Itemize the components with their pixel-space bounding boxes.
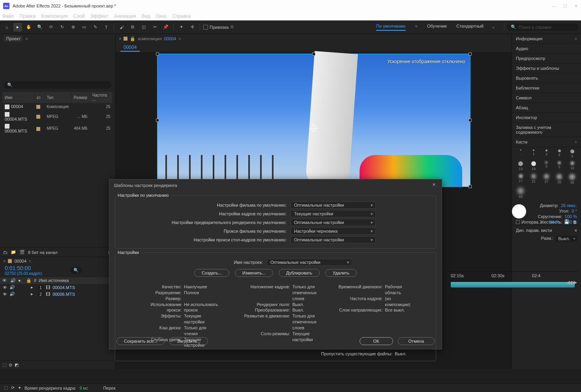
menu-effect[interactable]: Эффект xyxy=(90,13,108,19)
cancel-button[interactable]: Отмена xyxy=(398,337,435,345)
menu-window[interactable]: Окно xyxy=(156,13,167,19)
movie-default-dropdown[interactable]: Оптимальные настройки xyxy=(290,202,376,209)
3d-tool-icon[interactable]: ✦ xyxy=(177,23,186,32)
lock-icon[interactable]: 🔒 xyxy=(130,36,135,41)
minimize-button[interactable]: — xyxy=(552,0,556,12)
snap-toggle[interactable]: Привязка ⚙ xyxy=(203,24,234,30)
project-col-fps[interactable]: Частота ... xyxy=(90,92,113,103)
menu-edit[interactable]: Правка xyxy=(20,13,36,19)
comp-tab-close-icon[interactable]: × xyxy=(119,36,121,41)
zoom-tool-icon[interactable]: 🔍 xyxy=(36,23,44,32)
brush-interval-checkbox[interactable] xyxy=(516,220,520,224)
project-row[interactable]: 00006.MTS MPEG 484 МБ 25 xyxy=(2,123,113,134)
panel-effects[interactable]: Эффекты и шаблоны xyxy=(512,63,581,73)
orbit-tool-icon[interactable]: ⟳ xyxy=(47,23,55,32)
brush-preset[interactable]: 17 xyxy=(516,174,526,185)
eraser-tool-icon[interactable]: ◫ xyxy=(139,23,148,32)
panel-libraries[interactable]: Библиотеки xyxy=(512,83,581,93)
roto-tool-icon[interactable]: ✂ xyxy=(150,23,159,32)
transform-handle[interactable] xyxy=(469,185,472,188)
new-comp-icon[interactable]: 🎬 xyxy=(19,250,25,255)
project-row[interactable]: 00004 Композиция 25 xyxy=(2,103,113,110)
brush-preset[interactable]: 9 xyxy=(555,161,564,171)
project-row[interactable]: 00004.MTS MPEG ... МБ 25 xyxy=(2,110,113,122)
prerender-default-dropdown[interactable]: Оптимальные настройки xyxy=(290,219,376,226)
menu-composition[interactable]: Композиция xyxy=(41,13,67,19)
project-col-size[interactable]: Размер xyxy=(71,92,90,103)
workspace-learn[interactable]: Обучение xyxy=(427,24,447,31)
project-tab[interactable]: Проект ≡ xyxy=(0,34,115,43)
transform-handle[interactable] xyxy=(469,119,472,122)
bit-depth-button[interactable]: 8 бит на канал xyxy=(28,250,58,255)
panel-paragraph[interactable]: Абзац xyxy=(512,103,581,113)
keyframe-nav-icon[interactable]: ◀◆▶ xyxy=(566,280,577,285)
ok-button[interactable]: ОК xyxy=(360,337,393,345)
audio-toggle-icon[interactable]: 🔊 xyxy=(9,285,14,290)
graph-editor-icon[interactable]: ◩ xyxy=(15,362,19,368)
menu-help[interactable]: Справка xyxy=(172,13,191,19)
brush-preset[interactable]: 27 xyxy=(542,174,551,185)
workspace-overflow-icon[interactable]: » xyxy=(492,25,495,30)
workspace-default[interactable]: По умолчанию xyxy=(376,24,405,31)
brush-preset[interactable]: 13 xyxy=(516,161,526,171)
new-folder-icon[interactable]: 📁 xyxy=(11,250,16,255)
transform-handle[interactable] xyxy=(156,119,159,122)
brush-preset[interactable]: 5 xyxy=(542,161,551,171)
load-button[interactable]: Загрузить... xyxy=(169,337,208,345)
panel-menu-icon[interactable]: ≡ xyxy=(575,228,577,233)
still-proxy-default-dropdown[interactable]: Оптимальные настройки xyxy=(290,236,376,243)
timeline-layer-row[interactable]: 👁 🔊 ▸ 1 🎞 00004.MTS xyxy=(0,284,115,291)
brush-preset[interactable]: 35 xyxy=(555,174,564,185)
text-tool-icon[interactable]: T xyxy=(102,23,111,32)
brush-preset[interactable]: 9 xyxy=(567,149,577,158)
label-swatch[interactable] xyxy=(36,105,40,109)
transform-handle[interactable] xyxy=(312,52,315,56)
settings-name-dropdown[interactable]: Оптимальные настройки xyxy=(267,259,352,266)
timeline-layer-bar[interactable] xyxy=(451,282,575,287)
brush-preset[interactable]: 45 xyxy=(567,174,577,185)
snap-dropdown-icon[interactable]: ⚙ xyxy=(230,24,234,30)
timeline-col-num[interactable]: # xyxy=(34,278,36,283)
pen-tool-icon[interactable]: ✎ xyxy=(91,23,99,32)
project-col-name[interactable]: Имя xyxy=(2,92,34,103)
timeline-col-src[interactable]: Имя источника xyxy=(39,278,107,283)
movie-proxy-default-dropdown[interactable]: Настройки черновика xyxy=(290,228,376,235)
transform-handle[interactable] xyxy=(156,52,159,56)
project-col-tag[interactable]: 🏷 xyxy=(34,92,44,103)
timecode[interactable]: 0:01:50:00 02750 (25.00 кадр/с) xyxy=(0,265,47,277)
visibility-toggle-icon[interactable]: 👁 xyxy=(2,285,7,290)
brush-interval[interactable]: 24 % xyxy=(549,220,559,224)
timeline-panel-menu-icon[interactable]: ≡ xyxy=(29,259,31,263)
timeline-search[interactable]: 🔍 xyxy=(70,267,82,274)
panel-inspector[interactable]: Инспектор xyxy=(512,113,581,123)
comp-breadcrumb[interactable]: 00004 xyxy=(120,44,140,52)
delete-button[interactable]: Удалить xyxy=(325,269,357,277)
frame-default-dropdown[interactable]: Текущие настройки xyxy=(290,210,376,217)
brush-preset[interactable]: 5 xyxy=(555,149,564,158)
puppet-tool-icon[interactable]: 📌 xyxy=(161,23,170,32)
audio-toggle-icon[interactable]: 🔊 xyxy=(9,291,14,297)
save-all-button[interactable]: Сохранить все... xyxy=(116,337,165,345)
brush-preset[interactable]: 3 xyxy=(542,149,551,158)
stamp-tool-icon[interactable]: ⧉ xyxy=(128,23,137,32)
workspace-standard[interactable]: Стандартный xyxy=(456,24,484,31)
timeline-tab-name[interactable]: 00004 xyxy=(14,259,26,263)
panel-audio[interactable]: Аудио xyxy=(512,44,581,54)
panel-info[interactable]: Информация≡ xyxy=(512,34,581,44)
status-icon[interactable]: ⬚ xyxy=(4,385,8,390)
snap-checkbox[interactable] xyxy=(203,25,208,30)
panel-character[interactable]: Символ xyxy=(512,93,581,103)
comp-name[interactable]: 00004 xyxy=(164,36,176,41)
axis-tool-icon[interactable]: ✢ xyxy=(188,23,197,32)
status-icon[interactable]: ✦ xyxy=(18,385,21,390)
close-window-button[interactable]: ✕ xyxy=(574,0,578,12)
brush-preset[interactable]: 21 xyxy=(529,174,539,185)
brush-delete-icon[interactable]: 🗑 xyxy=(573,220,577,224)
brush-preset[interactable]: 65 xyxy=(516,188,526,199)
label-swatch[interactable] xyxy=(36,115,40,119)
project-col-type[interactable]: Тип xyxy=(44,92,71,103)
viewer-canvas[interactable]: Ускорение отображения отключено xyxy=(157,54,470,187)
rotate-tool-icon[interactable]: ↻ xyxy=(58,23,66,32)
brush-diameter[interactable]: 25 пикс. xyxy=(561,203,577,208)
status-icon[interactable]: ⟳ xyxy=(11,385,15,390)
